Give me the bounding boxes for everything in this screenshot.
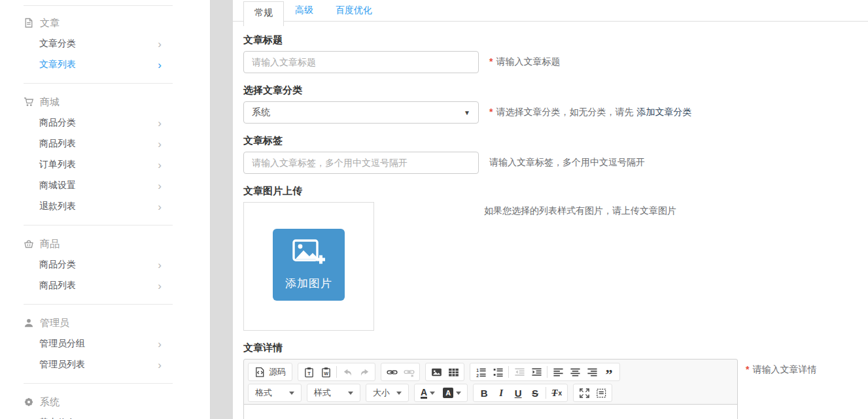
indent-button[interactable] bbox=[528, 364, 545, 380]
article-title-label: 文章标题 bbox=[243, 34, 868, 46]
numbered-list-button[interactable]: 12 bbox=[472, 364, 489, 380]
caret-down-icon bbox=[348, 392, 353, 395]
blockquote-button[interactable]: ” bbox=[600, 364, 617, 380]
svg-text:T: T bbox=[307, 370, 311, 376]
sidebar-item-goods-list[interactable]: 商品列表 › bbox=[0, 133, 210, 154]
text-color-button[interactable]: A bbox=[417, 385, 439, 401]
divider bbox=[24, 83, 173, 84]
link-button[interactable] bbox=[383, 364, 400, 380]
bulleted-list-button[interactable] bbox=[489, 364, 506, 380]
redo-button[interactable] bbox=[356, 364, 373, 380]
article-form: 文章标题 *请输入文章标题 选择文章分类 系统 ▼ *请选 bbox=[233, 34, 868, 419]
required-asterisk: * bbox=[746, 364, 749, 375]
sidebar-item-basic-info[interactable]: 基本信息 › bbox=[0, 412, 210, 419]
caret-down-icon bbox=[396, 392, 402, 395]
chevron-right-icon: › bbox=[158, 339, 162, 350]
editor-content-area[interactable] bbox=[244, 405, 737, 419]
align-center-button[interactable] bbox=[566, 364, 583, 380]
toolbar-separator bbox=[546, 387, 546, 399]
bold-button[interactable]: B bbox=[476, 385, 493, 401]
show-blocks-button[interactable] bbox=[593, 385, 610, 401]
sidebar-item-product-list[interactable]: 商品列表 › bbox=[0, 275, 210, 296]
sidebar-header-mall: 商城 bbox=[0, 92, 210, 112]
styles-combo[interactable]: 样式 bbox=[309, 385, 358, 401]
sidebar-item-admin-list[interactable]: 管理员列表 › bbox=[0, 354, 210, 375]
sidebar-section-article: 文章 文章分类 › 文章列表 › bbox=[0, 12, 210, 75]
sidebar-item-label: 管理员列表 bbox=[39, 359, 85, 371]
source-code-button[interactable]: 源码 bbox=[251, 364, 290, 380]
align-right-button[interactable] bbox=[583, 364, 600, 380]
sidebar-item-label: 文章列表 bbox=[39, 59, 76, 71]
sidebar-item-product-categories[interactable]: 商品分类 › bbox=[0, 254, 210, 275]
paste-word-button[interactable]: W bbox=[317, 364, 334, 380]
article-category-select[interactable]: 系统 ▼ bbox=[243, 101, 479, 124]
strikethrough-button[interactable]: S bbox=[527, 385, 544, 401]
article-image-label: 文章图片上传 bbox=[243, 185, 868, 197]
article-tags-hint: 请输入文章标签，多个用中文逗号隔开 bbox=[489, 157, 645, 169]
add-category-link[interactable]: 添加文章分类 bbox=[636, 107, 691, 117]
divider bbox=[24, 304, 173, 305]
divider bbox=[24, 225, 173, 226]
divider bbox=[24, 5, 173, 6]
sidebar-item-label: 商品分类 bbox=[39, 259, 76, 271]
article-tags-input[interactable] bbox=[243, 152, 479, 174]
background-color-button[interactable]: A bbox=[439, 385, 465, 401]
chevron-right-icon: › bbox=[158, 139, 162, 150]
app: 文章 文章分类 › 文章列表 › 商城 商品分类 › bbox=[0, 0, 868, 419]
sidebar-item-order-list[interactable]: 订单列表 › bbox=[0, 154, 210, 175]
sidebar-header-product: 商品 bbox=[0, 233, 210, 254]
field-article-tags: 文章标签 请输入文章标签，多个用中文逗号隔开 bbox=[243, 135, 868, 174]
main-content: 常规 高级 百度优化 文章标题 *请输入文章标题 选择文章分类 bbox=[233, 0, 868, 419]
source-code-label: 源码 bbox=[269, 366, 286, 378]
insert-image-button[interactable] bbox=[428, 364, 445, 380]
sidebar-item-label: 商品分类 bbox=[39, 117, 76, 129]
sidebar-item-admin-groups[interactable]: 管理员分组 › bbox=[0, 333, 210, 354]
required-asterisk: * bbox=[489, 56, 493, 67]
remove-format-button[interactable]: Tx bbox=[548, 385, 565, 401]
align-left-button[interactable] bbox=[549, 364, 566, 380]
sidebar-header-label: 商品 bbox=[40, 238, 60, 250]
sidebar-item-refund-list[interactable]: 退款列表 › bbox=[0, 196, 210, 217]
italic-button[interactable]: I bbox=[493, 385, 510, 401]
sidebar-item-label: 商品列表 bbox=[39, 138, 76, 150]
sidebar-item-mall-settings[interactable]: 商城设置 › bbox=[0, 175, 210, 196]
maximize-button[interactable] bbox=[576, 385, 593, 401]
cart-icon bbox=[24, 97, 34, 107]
font-size-combo[interactable]: 大小 bbox=[368, 385, 406, 401]
field-article-title: 文章标题 *请输入文章标题 bbox=[243, 34, 868, 73]
select-caret-icon: ▼ bbox=[464, 109, 470, 116]
sidebar-header-label: 管理员 bbox=[40, 317, 69, 329]
toolbar-separator bbox=[547, 366, 547, 378]
insert-table-button[interactable] bbox=[445, 364, 462, 380]
caret-down-icon bbox=[289, 392, 294, 395]
basket-icon bbox=[24, 239, 34, 249]
gear-icon bbox=[24, 397, 34, 407]
user-icon bbox=[24, 318, 34, 328]
article-title-input[interactable] bbox=[243, 51, 479, 73]
add-image-button[interactable]: 添加图片 bbox=[273, 229, 345, 301]
sidebar-item-goods-categories[interactable]: 商品分类 › bbox=[0, 112, 210, 133]
field-article-detail: 文章详情 源码 bbox=[243, 342, 868, 419]
tab-baidu-seo[interactable]: 百度优化 bbox=[324, 0, 383, 21]
article-detail-hint: *请输入文章详情 bbox=[746, 359, 816, 376]
unlink-button[interactable] bbox=[400, 364, 417, 380]
outdent-button[interactable] bbox=[511, 364, 528, 380]
svg-text:2: 2 bbox=[476, 373, 479, 377]
caret-down-icon bbox=[430, 392, 435, 395]
sidebar-item-article-categories[interactable]: 文章分类 › bbox=[0, 33, 210, 54]
toolbar-separator bbox=[508, 366, 509, 378]
tab-advanced[interactable]: 高级 bbox=[284, 0, 324, 21]
svg-text:W: W bbox=[324, 371, 328, 376]
sidebar-item-article-list[interactable]: 文章列表 › bbox=[0, 54, 210, 75]
sidebar-item-label: 管理员分组 bbox=[39, 338, 85, 350]
format-combo[interactable]: 格式 bbox=[251, 385, 299, 401]
undo-button[interactable] bbox=[339, 364, 356, 380]
sidebar-header-label: 系统 bbox=[40, 396, 60, 409]
article-detail-label: 文章详情 bbox=[243, 342, 868, 354]
caret-down-icon bbox=[456, 392, 461, 395]
paste-text-button[interactable]: T bbox=[300, 364, 317, 380]
tab-general[interactable]: 常规 bbox=[243, 1, 284, 26]
sidebar-item-label: 文章分类 bbox=[39, 38, 76, 50]
tab-bar: 常规 高级 百度优化 bbox=[233, 0, 868, 26]
underline-button[interactable]: U bbox=[510, 385, 527, 401]
